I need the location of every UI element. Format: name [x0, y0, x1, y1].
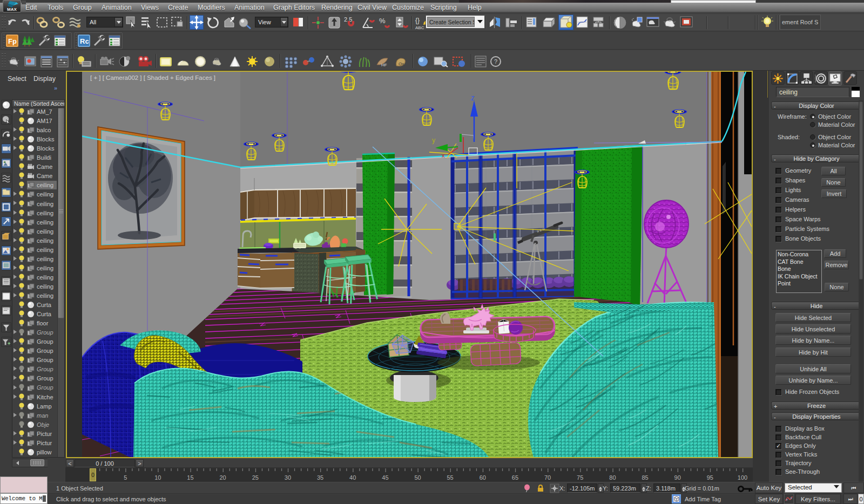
svg-text:MAX: MAX: [7, 7, 17, 12]
svg-text:%: %: [379, 17, 386, 25]
svg-text:20: 20: [219, 474, 226, 481]
svg-text:90: 90: [674, 474, 681, 481]
svg-text:100: 100: [738, 474, 747, 481]
svg-text:75: 75: [577, 474, 583, 481]
svg-text:Ox: Ox: [399, 62, 404, 66]
svg-text:ABC: ABC: [415, 25, 424, 30]
svg-text:Fp: Fp: [8, 37, 17, 45]
svg-text:55: 55: [447, 474, 453, 481]
svg-text:10: 10: [154, 474, 161, 481]
svg-text:[ + ] [ Camera002 ] [ Shaded +: [ + ] [ Camera002 ] [ Shaded + Edged Fac…: [90, 74, 215, 81]
svg-text:60: 60: [480, 474, 486, 481]
svg-text:65: 65: [512, 474, 518, 481]
svg-text:35: 35: [317, 474, 323, 481]
svg-text:40: 40: [349, 474, 356, 481]
svg-text:Rc: Rc: [80, 37, 89, 45]
svg-text:95: 95: [707, 474, 713, 481]
svg-text:x: x: [442, 152, 445, 159]
svg-text:85: 85: [642, 474, 648, 481]
svg-text:80: 80: [609, 474, 616, 481]
svg-text:?: ?: [494, 58, 497, 65]
svg-text:y: y: [432, 137, 435, 144]
svg-text:25: 25: [252, 474, 259, 481]
svg-text:5: 5: [124, 474, 127, 481]
svg-text:z: z: [471, 93, 475, 102]
svg-text:15: 15: [187, 474, 193, 481]
svg-text:{}: {}: [415, 17, 420, 24]
svg-text:HF: HF: [381, 63, 387, 67]
svg-text:50: 50: [414, 474, 421, 481]
svg-text:45: 45: [382, 474, 388, 481]
svg-text:30: 30: [285, 474, 291, 481]
svg-text:70: 70: [544, 474, 551, 481]
